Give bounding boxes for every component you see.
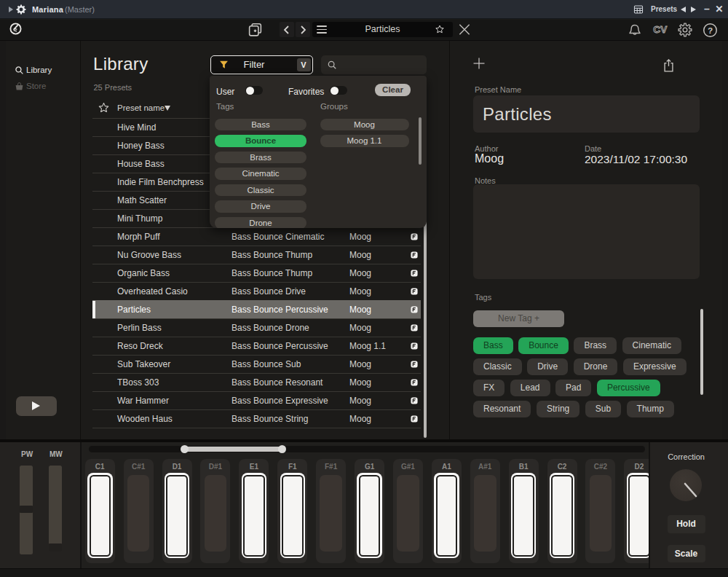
cv-icon[interactable]: CV (652, 23, 669, 36)
tag-chip[interactable]: Classic (473, 358, 522, 375)
notifications-bell-icon[interactable] (628, 23, 642, 38)
tag-chip[interactable]: Bass (473, 337, 513, 354)
tag-chip[interactable]: Expressive (623, 358, 687, 375)
sidebar-item-library[interactable]: Library (15, 65, 80, 75)
dropdown-filter-option[interactable]: Moog 1.1 (320, 135, 409, 147)
key-D#1[interactable] (205, 475, 227, 552)
settings-gear-icon[interactable] (678, 23, 692, 37)
tag-chip[interactable]: Thump (627, 401, 674, 417)
user-toggle[interactable] (245, 86, 263, 95)
key-B1[interactable] (511, 473, 537, 558)
tag-chip[interactable]: Resonant (473, 401, 531, 417)
header-star-icon[interactable] (98, 102, 109, 113)
presets-label[interactable]: Presets (651, 5, 677, 13)
dropdown-filter-option[interactable]: Brass (215, 152, 306, 164)
disclosure-triangle-icon[interactable] (9, 7, 13, 12)
detail-scrollbar[interactable] (700, 309, 704, 395)
key-F#1[interactable] (320, 475, 342, 552)
help-icon[interactable]: ? (703, 23, 718, 38)
preset-row[interactable]: Organic BassBass Bounce ThumpMoog (92, 264, 421, 282)
preset-row[interactable]: Morph PuffBass Bounce CinematicMoog (92, 227, 421, 246)
mod-wheel[interactable] (49, 466, 62, 552)
browser-close-icon[interactable] (457, 22, 472, 37)
preset-row[interactable]: Overheated CasioBass Bounce DriveMoog (92, 282, 421, 300)
tag-chip[interactable]: Drive (527, 358, 568, 375)
correction-knob[interactable] (670, 469, 702, 501)
preset-file-icon (411, 415, 418, 423)
share-icon[interactable] (662, 58, 675, 73)
tag-chip[interactable]: Brass (574, 337, 617, 354)
hold-button[interactable]: Hold (668, 515, 705, 533)
duplicate-preset-icon[interactable] (248, 22, 263, 38)
pitch-wheel[interactable] (20, 466, 33, 554)
favorites-toggle[interactable] (330, 86, 347, 95)
dropdown-scrollbar[interactable] (419, 117, 422, 165)
key-D2[interactable] (627, 473, 649, 558)
key-C#2[interactable] (590, 475, 612, 552)
keyboard-scrollbar-thumb[interactable] (182, 447, 285, 452)
minimize-button[interactable]: – (702, 2, 712, 15)
key-C#1[interactable] (127, 475, 150, 552)
tag-chip[interactable]: Sub (585, 401, 621, 417)
preset-row[interactable]: Reso DreckBass Bounce PercussiveMoog 1.1 (92, 337, 421, 355)
key-D1[interactable] (165, 473, 190, 558)
scale-button[interactable]: Scale (668, 545, 705, 563)
dropdown-filter-option[interactable]: Moog (320, 119, 409, 131)
preset-row[interactable]: Wooden HausBass Bounce StringMoog (92, 409, 421, 428)
dropdown-filter-option[interactable]: Drone (215, 217, 306, 229)
tag-chip[interactable]: Lead (510, 380, 550, 396)
key-G1[interactable] (357, 473, 382, 558)
sidebar-item-store[interactable]: Store (15, 81, 80, 91)
pitch-wheel-handle[interactable] (20, 506, 33, 513)
key-C2[interactable] (550, 473, 575, 558)
play-button[interactable] (16, 396, 57, 416)
tag-chip[interactable]: FX (473, 380, 505, 396)
preset-next-icon[interactable] (691, 7, 696, 12)
tag-chip[interactable]: Cinematic (622, 337, 681, 354)
history-forward-button[interactable] (296, 22, 310, 37)
new-tag-button[interactable]: New Tag + (473, 310, 564, 327)
key-A1[interactable] (434, 473, 459, 558)
filter-dropdown: User Favorites Clear Tags Groups BassBou… (210, 76, 427, 228)
dropdown-filter-option[interactable]: Bass (215, 119, 306, 131)
sort-direction-icon[interactable] (165, 106, 170, 111)
preset-row[interactable]: ParticlesBass Bounce PercussiveMoog (92, 300, 421, 318)
key-A#1[interactable] (474, 475, 496, 552)
dropdown-filter-option[interactable]: Drive (215, 200, 306, 213)
key-F1[interactable] (280, 473, 306, 558)
basket-icon (15, 82, 24, 91)
search-input[interactable] (321, 55, 427, 74)
tag-chip[interactable]: Drone (574, 358, 618, 375)
preset-name-field[interactable]: Particles (473, 95, 700, 133)
preset-prev-icon[interactable] (681, 7, 686, 12)
keyboard-scrollbar[interactable] (89, 446, 645, 452)
preset-file-icon (411, 324, 418, 331)
dropdown-filter-option[interactable]: Bounce (215, 135, 306, 147)
preset-row[interactable]: TBoss 303Bass Bounce ResonantMoog (92, 373, 421, 391)
key-G#1[interactable] (397, 475, 419, 552)
tag-chip[interactable]: Bounce (518, 337, 569, 354)
plugin-gear-icon[interactable] (16, 4, 26, 15)
key-C1[interactable] (87, 473, 113, 558)
favorite-star-icon[interactable] (435, 24, 445, 34)
tag-chip[interactable]: Percussive (597, 380, 660, 396)
preset-row[interactable]: Perlin BassBass Bounce DroneMoog (92, 318, 421, 337)
tag-chip[interactable]: String (537, 401, 579, 417)
key-E1[interactable] (242, 473, 267, 558)
clear-filters-button[interactable]: Clear (375, 84, 411, 96)
history-back-button[interactable] (280, 22, 294, 37)
tag-chip[interactable]: Pad (555, 380, 591, 396)
play-icon (32, 401, 40, 410)
add-preset-icon[interactable] (472, 57, 486, 70)
dropdown-filter-option[interactable]: Classic (215, 184, 306, 197)
preset-row[interactable]: War HammerBass Bounce ExpressiveMoog (92, 391, 421, 409)
sort-column-label[interactable]: Preset name (117, 103, 165, 112)
filter-button[interactable]: Filter V (210, 55, 313, 74)
preset-row[interactable]: Nu Groove BassBass Bounce ThumpMoog (92, 246, 421, 264)
notes-field[interactable] (473, 184, 700, 279)
dropdown-filter-option[interactable]: Cinematic (215, 168, 306, 180)
keyboard-grid-icon[interactable] (633, 4, 644, 15)
mod-wheel-handle[interactable] (49, 543, 62, 552)
preset-row[interactable]: Sub TakeoverBass Bounce SubMoog (92, 355, 421, 373)
close-button[interactable]: ✕ (714, 4, 724, 15)
